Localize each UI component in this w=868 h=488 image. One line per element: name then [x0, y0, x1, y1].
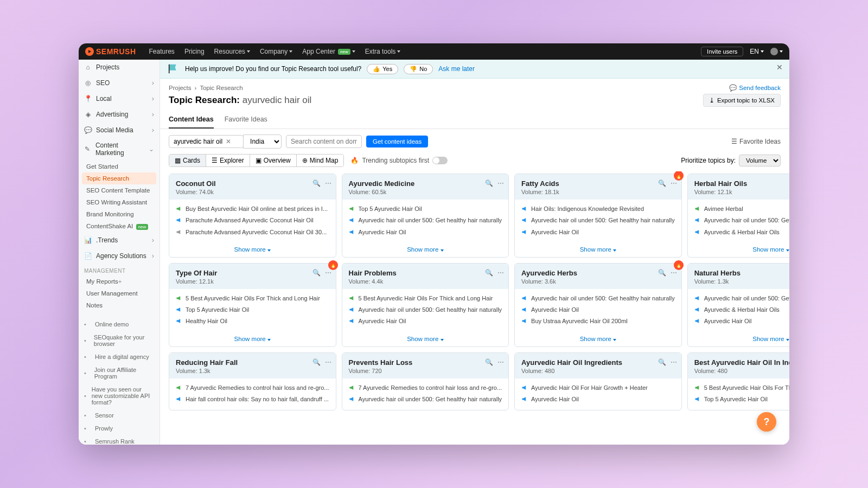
sidebar-sub-seo-writing-assistant[interactable]: SEO Writing Assistant	[79, 196, 159, 208]
search-icon[interactable]: 🔍	[312, 179, 321, 187]
idea-item[interactable]: Ayurvedic hair oil under 500: Get health…	[349, 216, 502, 224]
get-content-ideas-button[interactable]: Get content ideas	[366, 136, 428, 147]
tab-favorite-ideas[interactable]: Favorite Ideas	[225, 111, 267, 129]
search-icon[interactable]: 🔍	[658, 358, 666, 366]
idea-item[interactable]: Ayurvedic hair oil under 500: Get health…	[349, 395, 502, 403]
sidebar-item-advertising[interactable]: ◈Advertising	[79, 106, 159, 122]
view-explorer[interactable]: ☰ Explorer	[206, 155, 250, 166]
more-icon[interactable]: ⋯	[671, 269, 677, 277]
sidebar-footer-api[interactable]: •Have you seen our new customizable API …	[79, 383, 159, 409]
idea-item[interactable]: Ayurvedic Hair Oil	[521, 306, 675, 313]
sidebar-footer-mega[interactable]: •Join our Affiliate Program	[79, 363, 159, 383]
search-icon[interactable]: 🔍	[312, 358, 321, 366]
idea-item[interactable]: Top 5 Ayurvedic Hair Oil	[694, 395, 789, 403]
sidebar-item-agency-solutions[interactable]: 📄Agency Solutions	[79, 248, 159, 264]
sidebar-sub-topic-research[interactable]: Topic Research	[82, 172, 156, 184]
nav-resources[interactable]: Resources	[214, 48, 250, 55]
view-cards[interactable]: ▦ Cards	[169, 155, 206, 166]
sidebar-footer-rank[interactable]: •Semrush Rank	[79, 435, 159, 445]
search-icon[interactable]: 🔍	[485, 179, 493, 187]
nav-appcenter[interactable]: App Centernew	[302, 48, 355, 55]
idea-item[interactable]: Top 5 Ayurvedic Hair Oil	[176, 306, 329, 313]
show-more-link[interactable]: Show more	[342, 332, 509, 346]
domain-search-input[interactable]	[286, 135, 362, 148]
help-yes-button[interactable]: 👍 Yes	[367, 64, 398, 74]
show-more-link[interactable]: Show more	[688, 243, 789, 257]
clear-tag-icon[interactable]: ✕	[226, 138, 231, 145]
nav-pricing[interactable]: Pricing	[184, 48, 205, 55]
idea-item[interactable]: Parachute Advansed Ayurvedic Coconut Hai…	[176, 228, 329, 236]
more-icon[interactable]: ⋯	[497, 179, 504, 187]
sidebar-mgmt-my-reports[interactable]: My Reports+	[79, 275, 159, 287]
idea-item[interactable]: 5 Best Ayurvedic Hair Oils For Thick and…	[176, 294, 329, 302]
tab-content-ideas[interactable]: Content Ideas	[169, 111, 214, 129]
idea-item[interactable]: Ayurvedic Hair Oil	[349, 317, 502, 325]
idea-item[interactable]: Hair Oils: Indigenous Knowledge Revisite…	[521, 205, 675, 213]
sidebar-item-projects[interactable]: ⌂Projects	[79, 60, 159, 75]
sidebar-footer-sensor[interactable]: •Sensor	[79, 409, 159, 422]
send-feedback-link[interactable]: 💬 Send feedback	[729, 84, 781, 92]
more-icon[interactable]: ⋯	[325, 358, 331, 366]
idea-item[interactable]: Ayurvedic hair oil under 500: Get health…	[521, 294, 675, 302]
trending-toggle[interactable]	[432, 157, 448, 164]
export-xlsx-button[interactable]: ⤓ Export topic to XLSX	[703, 94, 781, 107]
help-fab[interactable]: ?	[757, 412, 776, 432]
brand-logo[interactable]: SEMRUSH	[85, 47, 136, 56]
sidebar-sub-get-started[interactable]: Get Started	[79, 160, 159, 172]
search-icon[interactable]: 🔍	[658, 269, 666, 277]
idea-item[interactable]: Ayurvedic hair oil under 500: Get health…	[349, 306, 502, 313]
sidebar-footer-case[interactable]: •Hire a digital agency	[79, 350, 159, 363]
show-more-link[interactable]: Show more	[169, 243, 336, 257]
nav-company[interactable]: Company	[260, 48, 292, 55]
close-icon[interactable]: ✕	[776, 63, 783, 72]
nav-features[interactable]: Features	[149, 48, 175, 55]
sidebar-footer-sq[interactable]: •SEOquake for your browser	[79, 331, 159, 350]
idea-item[interactable]: Ayurvedic Hair Oil	[349, 228, 502, 236]
country-select[interactable]: India	[243, 134, 282, 149]
help-no-button[interactable]: 👎 No	[404, 64, 433, 74]
search-icon[interactable]: 🔍	[312, 269, 321, 277]
show-more-link[interactable]: Show more	[688, 332, 789, 346]
sidebar-item-social-media[interactable]: 💬Social Media	[79, 122, 159, 138]
view-overview[interactable]: ▣ Overview	[250, 155, 297, 166]
idea-item[interactable]: 7 Ayurvedic Remedies to control hair los…	[176, 384, 329, 391]
help-later-link[interactable]: Ask me later	[438, 65, 475, 73]
sidebar-sub-contentshake-ai[interactable]: ContentShake AI new	[79, 220, 159, 232]
idea-item[interactable]: Healthy Hair Oil	[176, 317, 329, 325]
sidebar-item-seo[interactable]: ◎SEO	[79, 75, 159, 91]
idea-item[interactable]: Ayurvedic Hair Oil	[521, 228, 675, 236]
search-icon[interactable]: 🔍	[658, 179, 666, 187]
crumb-projects[interactable]: Projects	[169, 85, 192, 91]
sidebar-item-content-marketing[interactable]: ✎Content Marketing	[79, 138, 159, 160]
more-icon[interactable]: ⋯	[325, 179, 331, 187]
idea-item[interactable]: 7 Ayurvedic Remedies to control hair los…	[349, 384, 502, 391]
idea-item[interactable]: Ayurvedic & Herbal Hair Oils	[694, 306, 789, 313]
idea-item[interactable]: Parachute Advansed Ayurvedic Coconut Hai…	[176, 216, 329, 224]
idea-item[interactable]: 5 Best Ayurvedic Hair Oils For Thick and…	[694, 384, 789, 391]
show-more-link[interactable]: Show more	[515, 243, 681, 257]
idea-item[interactable]: Buy Best Ayurvedic Hair Oil online at be…	[176, 205, 329, 213]
sidebar-footer-prowly[interactable]: •Prowly	[79, 422, 159, 435]
sidebar-mgmt-user-management[interactable]: User Management	[79, 287, 159, 299]
more-icon[interactable]: ⋯	[671, 358, 677, 366]
sidebar-sub-seo-content-template[interactable]: SEO Content Template	[79, 184, 159, 196]
idea-item[interactable]: Buy Ustraa Ayurvedic Hair Oil 200ml	[521, 317, 675, 325]
more-icon[interactable]: ⋯	[497, 358, 504, 366]
more-icon[interactable]: ⋯	[497, 269, 504, 277]
sidebar-mgmt-notes[interactable]: Notes	[79, 299, 159, 311]
search-icon[interactable]: 🔍	[485, 269, 493, 277]
language-selector[interactable]: EN	[750, 48, 764, 55]
idea-item[interactable]: Hair fall control hair oils: Say no to h…	[176, 395, 329, 403]
more-icon[interactable]: ⋯	[325, 269, 331, 277]
sidebar-item--trends[interactable]: 📊.Trends	[79, 232, 159, 248]
sidebar-footer-headset[interactable]: •Online demo	[79, 318, 159, 331]
invite-users-button[interactable]: Invite users	[701, 47, 743, 56]
idea-item[interactable]: Ayurvedic hair oil under 500: Get health…	[521, 216, 675, 224]
sidebar-sub-brand-monitoring[interactable]: Brand Monitoring	[79, 208, 159, 220]
idea-item[interactable]: Ayurvedic & Herbal Hair Oils	[694, 228, 789, 236]
idea-item[interactable]: Ayurvedic Hair Oil	[694, 317, 789, 325]
idea-item[interactable]: Ayurvedic Hair Oil For Hair Growth + Hea…	[521, 384, 675, 391]
show-more-link[interactable]: Show more	[515, 332, 681, 346]
favorite-ideas-link[interactable]: ☰ Favorite Ideas	[731, 138, 781, 145]
priority-select[interactable]: Volume	[739, 155, 781, 166]
